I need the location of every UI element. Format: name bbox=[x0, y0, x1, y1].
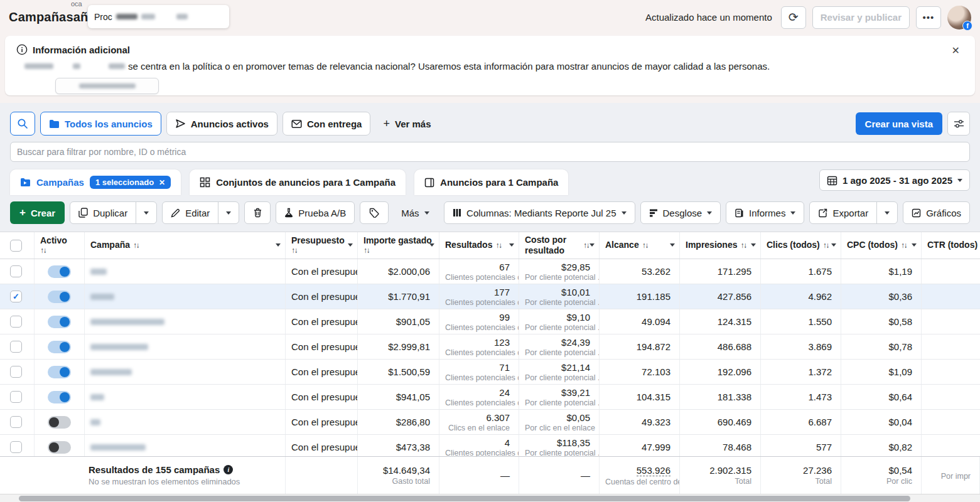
active-toggle[interactable] bbox=[48, 416, 71, 429]
campaign-name[interactable] bbox=[90, 369, 132, 375]
col-header-clics[interactable]: Clics (todos) ↑↓ bbox=[761, 232, 841, 259]
filter-chip-with-delivery[interactable]: Con entrega bbox=[283, 112, 371, 136]
chevron-down-icon[interactable] bbox=[509, 243, 514, 247]
account-overlay-card[interactable]: Proc bbox=[88, 5, 229, 28]
ab-test-button[interactable]: Prueba A/B bbox=[276, 201, 355, 224]
selected-badge[interactable]: 1 seleccionado ✕ bbox=[90, 176, 171, 189]
duplicate-button[interactable]: Duplicar bbox=[70, 202, 136, 223]
sort-icon[interactable]: ↑↓ bbox=[901, 241, 907, 250]
reports-button[interactable]: Informes bbox=[726, 201, 804, 224]
col-header-activo[interactable]: Activo ↑↓ bbox=[35, 232, 85, 259]
col-header-alcance[interactable]: Alcance ↑↓ bbox=[600, 232, 680, 259]
col-header-cpc[interactable]: CPC (todos) ↑↓ bbox=[841, 232, 922, 259]
create-button[interactable]: + Crear bbox=[10, 201, 65, 224]
col-header-costo[interactable]: Costo por resultado ↑↓ bbox=[519, 232, 600, 259]
create-view-button[interactable]: Crear una vista bbox=[856, 112, 942, 135]
footer-reach[interactable]: 553.926 bbox=[637, 465, 670, 476]
delete-button[interactable] bbox=[244, 201, 271, 224]
row-checkbox[interactable] bbox=[10, 316, 22, 328]
sort-icon[interactable]: ↑↓ bbox=[583, 241, 589, 250]
active-toggle[interactable] bbox=[48, 291, 71, 303]
campaign-name-cell bbox=[85, 284, 286, 309]
active-toggle[interactable] bbox=[48, 366, 71, 378]
row-checkbox[interactable] bbox=[10, 341, 22, 353]
chevron-down-icon bbox=[622, 211, 627, 215]
avatar[interactable]: f bbox=[947, 6, 971, 29]
close-icon[interactable]: ✕ bbox=[949, 42, 962, 59]
campaign-name[interactable] bbox=[90, 319, 164, 325]
tab-ads[interactable]: Anuncios para 1 Campaña bbox=[414, 169, 568, 195]
campaign-name[interactable] bbox=[90, 419, 100, 425]
row-checkbox[interactable] bbox=[10, 416, 22, 428]
sort-icon[interactable]: ↑↓ bbox=[823, 241, 829, 250]
chevron-down-icon[interactable] bbox=[751, 243, 756, 247]
chevron-down-icon[interactable] bbox=[348, 243, 353, 247]
search-icon bbox=[17, 118, 28, 129]
sort-icon[interactable]: ↑↓ bbox=[291, 246, 347, 255]
chevron-down-icon[interactable] bbox=[276, 243, 281, 247]
chevron-down-icon[interactable] bbox=[670, 243, 675, 247]
redacted-text bbox=[24, 63, 53, 69]
charts-button[interactable]: Gráficos bbox=[903, 201, 970, 224]
actions-toolbar: + Crear Duplicar Editar bbox=[0, 195, 980, 232]
ver-mas-button[interactable]: + Ver más bbox=[375, 117, 438, 131]
active-toggle[interactable] bbox=[48, 441, 71, 454]
chevron-down-icon[interactable] bbox=[831, 243, 836, 247]
sort-icon[interactable]: ↑↓ bbox=[133, 241, 139, 250]
edit-button[interactable]: Editar bbox=[163, 202, 218, 223]
col-header-presupuesto[interactable]: Presupuesto ↑↓ bbox=[286, 232, 358, 259]
sort-icon[interactable]: ↑↓ bbox=[363, 246, 429, 255]
breakdown-button[interactable]: Desglose bbox=[640, 201, 721, 224]
col-label: Resultados bbox=[445, 240, 492, 251]
date-range-button[interactable]: 1 ago 2025 - 31 ago 2025 bbox=[819, 169, 970, 191]
select-all-checkbox[interactable] bbox=[10, 240, 22, 252]
row-checkbox[interactable] bbox=[10, 391, 22, 403]
active-toggle[interactable] bbox=[48, 265, 71, 278]
info-icon[interactable]: i bbox=[223, 465, 233, 474]
row-checkbox[interactable]: ✓ bbox=[10, 291, 22, 302]
campaign-name[interactable] bbox=[90, 444, 146, 451]
col-header-campana[interactable]: Campaña ↑↓ bbox=[85, 232, 286, 259]
active-toggle[interactable] bbox=[48, 316, 71, 328]
filter-chip-active-ads[interactable]: Anuncios activos bbox=[166, 112, 277, 136]
col-header-resultados[interactable]: Resultados ↑↓ bbox=[439, 232, 519, 259]
tag-button[interactable] bbox=[360, 201, 389, 224]
chevron-down-icon[interactable] bbox=[912, 243, 917, 247]
row-checkbox[interactable] bbox=[10, 366, 22, 378]
sort-icon[interactable]: ↑↓ bbox=[495, 241, 501, 250]
campaign-name[interactable] bbox=[90, 269, 107, 275]
row-checkbox[interactable] bbox=[10, 265, 22, 277]
export-dropdown[interactable] bbox=[876, 202, 897, 223]
tab-campaigns[interactable]: Campañas 1 seleccionado ✕ bbox=[10, 169, 181, 195]
refresh-button[interactable]: ⟳ bbox=[781, 6, 806, 29]
campaign-name[interactable] bbox=[90, 294, 114, 300]
more-options-button[interactable]: ••• bbox=[916, 6, 941, 29]
review-publish-button[interactable]: Revisar y publicar bbox=[812, 6, 910, 29]
campaign-name[interactable] bbox=[90, 344, 148, 350]
search-input[interactable] bbox=[10, 142, 970, 162]
search-filter-button[interactable] bbox=[10, 112, 35, 136]
banner-action-button[interactable] bbox=[55, 78, 159, 94]
scrollbar-thumb[interactable] bbox=[19, 496, 910, 501]
filter-chip-all-ads[interactable]: Todos los anuncios bbox=[40, 112, 161, 136]
sort-icon[interactable]: ↑↓ bbox=[40, 246, 74, 255]
col-header-importe[interactable]: Importe gastado ↑↓ bbox=[358, 232, 439, 259]
col-header-impresiones[interactable]: Impresiones ↑↓ bbox=[680, 232, 761, 259]
adjust-filters-button[interactable] bbox=[947, 112, 970, 136]
chevron-down-icon[interactable] bbox=[429, 243, 434, 247]
duplicate-dropdown[interactable] bbox=[136, 202, 156, 223]
chevron-down-icon[interactable] bbox=[590, 243, 595, 247]
sort-icon[interactable]: ↑↓ bbox=[642, 241, 648, 250]
close-icon[interactable]: ✕ bbox=[159, 178, 165, 187]
col-header-ctr[interactable]: CTR (todos) ↑↓ bbox=[922, 232, 980, 259]
sort-icon[interactable]: ↑↓ bbox=[740, 241, 746, 250]
active-toggle[interactable] bbox=[48, 341, 71, 353]
export-button[interactable]: Exportar bbox=[810, 202, 876, 223]
edit-dropdown[interactable] bbox=[218, 202, 239, 223]
campaign-name[interactable] bbox=[90, 394, 104, 400]
active-toggle[interactable] bbox=[48, 391, 71, 403]
tab-adsets[interactable]: Conjuntos de anuncios para 1 Campaña bbox=[190, 169, 406, 195]
row-checkbox[interactable] bbox=[10, 441, 22, 453]
more-actions-button[interactable]: Más bbox=[394, 208, 436, 218]
columns-button[interactable]: Columnas: Mediants Reporte Jul 25 bbox=[444, 201, 635, 224]
